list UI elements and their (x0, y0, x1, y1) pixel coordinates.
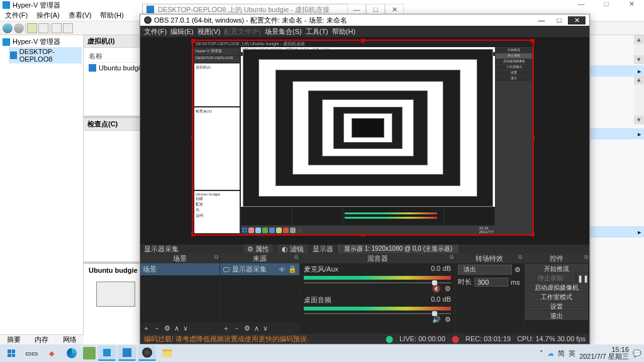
sources-dock[interactable]: 来源⧉ 🖵 显示器采集 👁 🔒 ＋ － ⚙ ∧ ∨ (220, 253, 299, 334)
toolbar-btn-1[interactable] (27, 23, 37, 33)
up-icon[interactable]: ∧ (254, 324, 259, 332)
scrollbar[interactable]: ▴▾ (634, 75, 644, 124)
popout-icon[interactable]: ⧉ (214, 254, 218, 261)
scrollbar[interactable]: ▴▾ (634, 35, 644, 64)
nav-back-icon[interactable] (3, 23, 13, 33)
vm-thumbnail[interactable] (96, 282, 135, 307)
settings-button[interactable]: 设置 (525, 302, 588, 310)
source-item[interactable]: 🖵 显示器采集 👁 🔒 (220, 263, 299, 275)
obs-menubar[interactable]: 文件(F) 编辑(E) 视图(V) 配置文件(P) 场景集合(S) 工具(T) … (140, 26, 589, 37)
speaker-icon[interactable]: 🔊 (432, 315, 441, 324)
popout-icon[interactable]: ⧉ (584, 254, 588, 261)
exit-button[interactable]: 退出 (525, 311, 588, 320)
obs-menu-scenecol[interactable]: 场景集合(S) (265, 27, 302, 36)
start-streaming-button[interactable]: 开始推流 (525, 264, 588, 273)
tree-root[interactable]: Hyper-V 管理器 (1, 36, 82, 47)
toolbar-btn-2[interactable] (38, 23, 48, 33)
taskbar-edge[interactable] (63, 346, 80, 361)
action-item[interactable]: ▸ (591, 226, 644, 238)
resize-handle[interactable] (531, 39, 535, 43)
mixer-channel-desktop[interactable]: 桌面音频0.0 dB 🔊⚙ (300, 294, 455, 325)
windows-taskbar[interactable]: ▭▭ ◆ ˄ ☁ 简 英 15:16 2021/7/7 星期三 💬 (0, 344, 644, 362)
taskbar-app[interactable]: ◆ (43, 346, 60, 361)
taskbar-hyperv[interactable] (98, 346, 116, 361)
volume-slider[interactable] (304, 282, 451, 283)
resize-handle[interactable] (361, 39, 365, 43)
tray-onedrive-icon[interactable]: ☁ (547, 349, 554, 358)
down-icon[interactable]: ∨ (183, 324, 188, 332)
popout-icon[interactable]: ⧉ (294, 254, 298, 261)
source-toolbar[interactable]: 显示器采集 ⚙属性 ◐滤镜 显示器 显示器 1: 1920x1080 @ 0,0… (140, 244, 589, 253)
minimize-button[interactable]: — (533, 16, 550, 24)
scene-item[interactable]: 场景 (140, 263, 219, 275)
taskbar-minecraft[interactable] (83, 347, 96, 359)
remove-icon[interactable]: － (153, 324, 160, 333)
popout-icon[interactable]: ⧉ (518, 254, 522, 261)
gear-icon[interactable]: ⚙ (514, 266, 521, 274)
tray-ime-1[interactable]: 简 (558, 349, 565, 358)
taskbar-explorer[interactable] (158, 346, 176, 361)
display-select[interactable]: 显示器 1: 1920x1080 @ 0,0 (主显示器) (338, 244, 458, 254)
properties-button[interactable]: ⚙属性 (243, 244, 273, 254)
actions-pane[interactable]: ▴▾ ▸ ▴▾ ▸ ▸ (590, 35, 644, 344)
maximize-button[interactable]: □ (594, 0, 619, 10)
host-window-controls[interactable]: — □ ✕ (569, 0, 644, 10)
nav-fwd-icon[interactable] (14, 23, 24, 33)
virtual-cam-button[interactable]: 启动虚拟摄像机 (525, 283, 588, 292)
scenes-dock[interactable]: 场景⧉ 场景 ＋ － ⚙ ∧ ∨ (140, 253, 219, 334)
taskbar-vmconnect[interactable] (118, 346, 136, 361)
gear-icon[interactable]: ⚙ (164, 324, 170, 332)
hyperv-menu-file[interactable]: 文件(F) (5, 11, 28, 20)
action-item[interactable]: ▸ (591, 128, 644, 140)
hyperv-tree[interactable]: Hyper-V 管理器 DESKTOP-OEPLOO8 (0, 35, 84, 344)
hyperv-detail-tabs[interactable]: 摘要 内存 网络 (0, 334, 84, 344)
mute-icon[interactable]: 🔇 (432, 285, 441, 293)
tray-chevron-icon[interactable]: ˄ (540, 349, 543, 358)
hyperv-menu-help[interactable]: 帮助(H) (100, 11, 123, 20)
obs-preview-canvas[interactable]: DESKTOP-OEPLOO8 上的 Ubuntu budgie - 虚拟机连接… (140, 37, 589, 244)
controls-dock[interactable]: 控件⧉ 开始推流 停止录制 ❚❚ 启动虚拟摄像机 工作室模式 设置 退出 (524, 253, 589, 334)
minimize-button[interactable]: — (569, 0, 594, 10)
transitions-dock[interactable]: 转场特效⧉ 淡出 ⚙ 时长 ms (455, 253, 523, 334)
obs-menu-file[interactable]: 文件(F) (144, 27, 167, 36)
resize-handle[interactable] (191, 39, 195, 43)
taskbar-obs[interactable] (138, 346, 156, 361)
start-button[interactable] (3, 346, 20, 361)
visibility-toggle-icon[interactable]: 👁 (279, 266, 286, 273)
mixer-dock[interactable]: 混音器⧉ 麦克风/Aux0.0 dB 🔇⚙ 桌面音频0.0 dB 🔊⚙ (300, 253, 455, 334)
close-button[interactable]: ✕ (619, 0, 644, 10)
up-icon[interactable]: ∧ (174, 324, 179, 332)
hyperv-menu-action[interactable]: 操作(A) (36, 11, 60, 20)
obs-titlebar[interactable]: OBS 27.0.1 (64-bit, windows) - 配置文件: 未命名… (140, 14, 589, 26)
mixer-channel-mic[interactable]: 麦克风/Aux0.0 dB 🔇⚙ (300, 263, 455, 294)
obs-menu-profile[interactable]: 配置文件(P) (224, 27, 261, 36)
transition-select[interactable]: 淡出 (458, 265, 512, 275)
sources-toolbar[interactable]: ＋ － ⚙ ∧ ∨ (220, 322, 299, 334)
obs-menu-tools[interactable]: 工具(T) (306, 27, 328, 36)
system-tray[interactable]: ˄ ☁ 简 英 15:16 2021/7/7 星期三 💬 (540, 346, 641, 360)
tree-host[interactable]: DESKTOP-OEPLOO8 (9, 47, 82, 63)
notifications-icon[interactable]: 💬 (633, 349, 641, 358)
maximize-button[interactable]: □ (550, 16, 568, 24)
gear-icon[interactable]: ⚙ (445, 315, 451, 324)
down-icon[interactable]: ∨ (263, 324, 268, 332)
studio-mode-button[interactable]: 工作室模式 (525, 292, 588, 301)
filters-button[interactable]: ◐滤镜 (278, 244, 308, 254)
scenes-toolbar[interactable]: ＋ － ⚙ ∧ ∨ (140, 322, 219, 334)
lock-icon[interactable]: 🔒 (288, 265, 297, 273)
toolbar-btn-4[interactable] (63, 23, 73, 33)
add-icon[interactable]: ＋ (143, 324, 150, 333)
task-view-button[interactable]: ▭▭ (23, 346, 40, 361)
obs-menu-view[interactable]: 视图(V) (197, 27, 221, 36)
volume-slider[interactable] (304, 313, 451, 314)
gear-icon[interactable]: ⚙ (244, 324, 250, 332)
remove-icon[interactable]: － (233, 324, 240, 333)
hyperv-menu-view[interactable]: 查看(V) (69, 11, 92, 20)
popout-icon[interactable]: ⧉ (450, 254, 453, 261)
selected-source-bounds[interactable]: DESKTOP-OEPLOO8 上的 Ubuntu budgie - 虚拟机连接… (192, 40, 534, 236)
close-button[interactable]: ✕ (568, 16, 586, 25)
stop-recording-button[interactable]: 停止录制 (525, 273, 575, 282)
duration-input[interactable] (474, 278, 508, 287)
gear-icon[interactable]: ⚙ (445, 285, 451, 293)
toolbar-btn-3[interactable] (52, 23, 62, 33)
